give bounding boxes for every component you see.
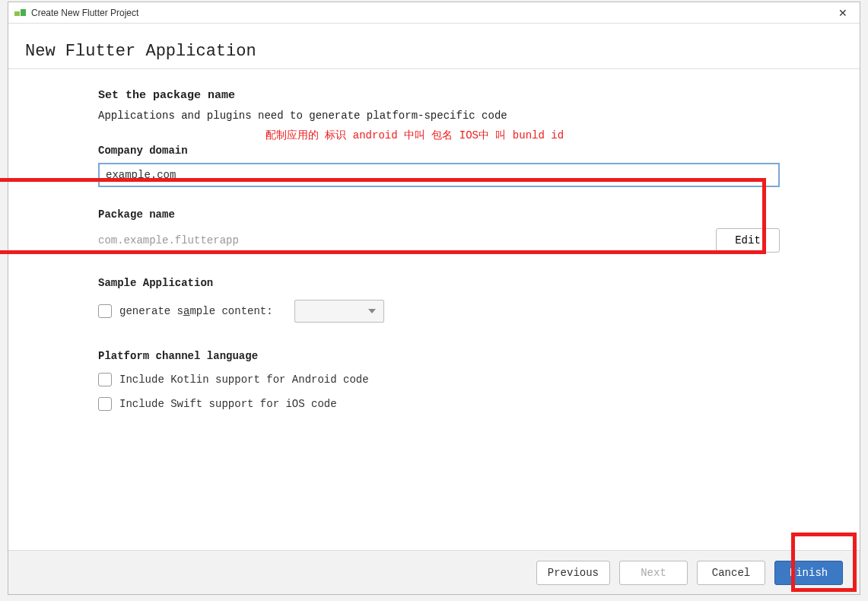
titlebar: Create New Flutter Project ✕ [8, 2, 860, 24]
window-title: Create New Flutter Project [31, 8, 138, 18]
sample-application-label: Sample Application [98, 277, 844, 289]
page-title: New Flutter Application [25, 42, 843, 61]
generate-sample-checkbox[interactable] [98, 304, 112, 318]
annotation-text: 配制应用的 标识 android 中叫 包名 IOS中 叫 bunld id [265, 129, 564, 142]
kotlin-label: Include Kotlin support for Android code [119, 374, 369, 386]
svg-rect-0 [14, 11, 20, 16]
close-icon[interactable]: ✕ [832, 5, 854, 21]
edit-button[interactable]: Edit [716, 228, 780, 253]
previous-button[interactable]: Previous [536, 561, 610, 585]
section-desc: Applications and plugins need to generat… [98, 110, 844, 122]
platform-channel-label: Platform channel language [98, 350, 844, 362]
sample-application-block: Sample Application generate sample conte… [98, 277, 844, 323]
swift-checkbox[interactable] [98, 397, 112, 411]
cancel-button[interactable]: Cancel [697, 561, 765, 585]
dialog-content: Set the package name Applications and pl… [8, 69, 860, 550]
dialog-window: Create New Flutter Project ✕ New Flutter… [8, 2, 860, 595]
company-domain-label: Company domain [98, 145, 844, 157]
svg-rect-1 [21, 9, 26, 16]
app-icon [14, 8, 27, 17]
section-title: Set the package name [98, 89, 844, 102]
kotlin-checkbox[interactable] [98, 373, 112, 386]
package-name-value: com.example.flutterapp [98, 234, 239, 246]
chevron-down-icon [368, 309, 376, 313]
platform-channel-block: Platform channel language Include Kotlin… [98, 350, 844, 411]
company-domain-input[interactable] [98, 163, 780, 187]
next-button: Next [619, 561, 688, 585]
dialog-header: New Flutter Application [8, 24, 860, 69]
swift-label: Include Swift support for iOS code [119, 398, 337, 410]
generate-sample-label: generate sample content: [119, 305, 273, 317]
package-name-label: Package name [98, 208, 780, 221]
dialog-footer: Previous Next Cancel Finish [8, 550, 860, 594]
package-name-block: Package name com.example.flutterapp Edit [98, 208, 780, 253]
sample-content-combo[interactable] [294, 300, 384, 323]
finish-button[interactable]: Finish [774, 561, 843, 585]
